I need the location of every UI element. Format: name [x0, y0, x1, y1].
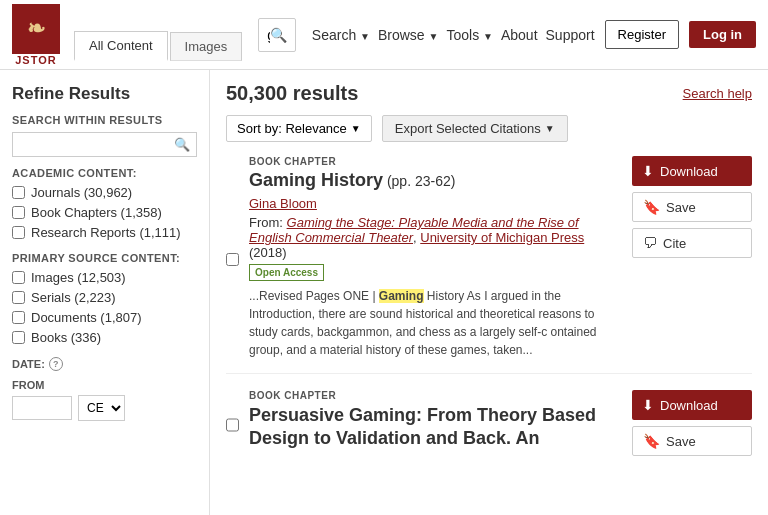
save-icon-2: 🔖 [643, 433, 660, 449]
logo-text: JSTOR [15, 54, 56, 66]
toolbar: Sort by: Relevance ▼ Export Selected Cit… [226, 115, 752, 142]
open-access-badge-1: Open Access [249, 264, 324, 281]
result-item-2: Book Chapter Persuasive Gaming: From The… [226, 390, 752, 456]
primary-label: Primary Source Content: [12, 252, 197, 264]
sidebar-title: Refine Results [12, 84, 197, 104]
content: 50,300 results Search help Sort by: Rele… [210, 70, 768, 515]
checkbox-documents[interactable]: Documents (1,807) [12, 310, 197, 325]
register-button[interactable]: Register [605, 20, 679, 49]
date-info-icon[interactable]: ? [49, 357, 63, 371]
result-checkbox-1[interactable] [226, 160, 239, 359]
sort-arrow-icon: ▼ [351, 123, 361, 134]
logo-wrap: ❧ JSTOR [12, 4, 60, 66]
export-citations-button[interactable]: Export Selected Citations ▼ [382, 115, 568, 142]
search-within-icon[interactable]: 🔍 [174, 137, 190, 152]
search-help-link[interactable]: Search help [683, 86, 752, 101]
result-item: Book Chapter Gaming History (pp. 23-62) … [226, 156, 752, 374]
body: Refine Results Search Within Results 🔍 A… [0, 70, 768, 515]
date-label: Date: ? [12, 357, 197, 371]
results-header: 50,300 results Search help [226, 82, 752, 105]
academic-label: Academic Content: [12, 167, 197, 179]
save-icon-1: 🔖 [643, 199, 660, 215]
checkbox-serials[interactable]: Serials (2,223) [12, 290, 197, 305]
cite-button-1[interactable]: 🗩 Cite [632, 228, 752, 258]
save-button-1[interactable]: 🔖 Save [632, 192, 752, 222]
header: ❧ JSTOR All Content Images 🔍 Search ▼ Br… [0, 0, 768, 70]
download-icon-2: ⬇ [642, 397, 654, 413]
sort-button[interactable]: Sort by: Relevance ▼ [226, 115, 372, 142]
logo[interactable]: ❧ [12, 4, 60, 54]
result-actions-1: ⬇ Download 🔖 Save 🗩 Cite [632, 156, 752, 359]
tab-all-content[interactable]: All Content [74, 31, 168, 61]
nav-browse[interactable]: Browse ▼ [378, 27, 438, 43]
nav-about[interactable]: About [501, 27, 538, 43]
search-bar[interactable]: 🔍 [258, 18, 296, 52]
result-checkbox-2[interactable] [226, 394, 239, 456]
nav-tools[interactable]: Tools ▼ [446, 27, 492, 43]
cite-icon-1: 🗩 [643, 235, 657, 251]
login-button[interactable]: Log in [689, 21, 756, 48]
download-button-1[interactable]: ⬇ Download [632, 156, 752, 186]
save-button-2[interactable]: 🔖 Save [632, 426, 752, 456]
search-within-label: Search Within Results [12, 114, 197, 126]
checkbox-research-reports[interactable]: Research Reports (1,111) [12, 225, 197, 240]
download-icon-1: ⬇ [642, 163, 654, 179]
checkbox-book-chapters[interactable]: Book Chapters (1,358) [12, 205, 197, 220]
search-icon[interactable]: 🔍 [270, 27, 287, 43]
result-type-1: Book Chapter [249, 156, 622, 167]
export-arrow-icon: ▼ [545, 123, 555, 134]
result-type-2: Book Chapter [249, 390, 622, 401]
logo-symbol: ❧ [27, 16, 45, 42]
search-within-bar[interactable]: 🔍 [12, 132, 197, 157]
result-author-1[interactable]: Gina Bloom [249, 196, 622, 211]
result-title-2[interactable]: Persuasive Gaming: From Theory Based Des… [249, 404, 622, 451]
checkbox-journals[interactable]: Journals (30,962) [12, 185, 197, 200]
date-section: Date: ? From CE [12, 357, 197, 421]
checkbox-books[interactable]: Books (336) [12, 330, 197, 345]
from-label: From [12, 379, 197, 391]
result-body-1: Book Chapter Gaming History (pp. 23-62) … [249, 156, 622, 359]
checkbox-images[interactable]: Images (12,503) [12, 270, 197, 285]
date-from-input[interactable] [12, 396, 72, 420]
result-body-2: Book Chapter Persuasive Gaming: From The… [249, 390, 622, 456]
sidebar: Refine Results Search Within Results 🔍 A… [0, 70, 210, 515]
tabs: All Content Images [74, 8, 242, 61]
download-button-2[interactable]: ⬇ Download [632, 390, 752, 420]
result-publisher-1[interactable]: University of Michigan Press [420, 230, 584, 245]
date-inputs: CE [12, 395, 197, 421]
results-count: 50,300 results [226, 82, 358, 105]
nav-links: Search ▼ Browse ▼ Tools ▼ About Support [312, 27, 595, 43]
result-actions-2: ⬇ Download 🔖 Save [632, 390, 752, 456]
tab-images[interactable]: Images [170, 32, 243, 61]
result-from-1: From: Gaming the Stage: Playable Media a… [249, 215, 622, 260]
search-within-input[interactable] [19, 138, 174, 152]
result-snippet-1: ...Revised Pages ONE | Gaming History As… [249, 287, 622, 359]
date-era-select[interactable]: CE [78, 395, 125, 421]
result-title-1[interactable]: Gaming History (pp. 23-62) [249, 170, 622, 191]
nav-search[interactable]: Search ▼ [312, 27, 370, 43]
nav-support[interactable]: Support [546, 27, 595, 43]
